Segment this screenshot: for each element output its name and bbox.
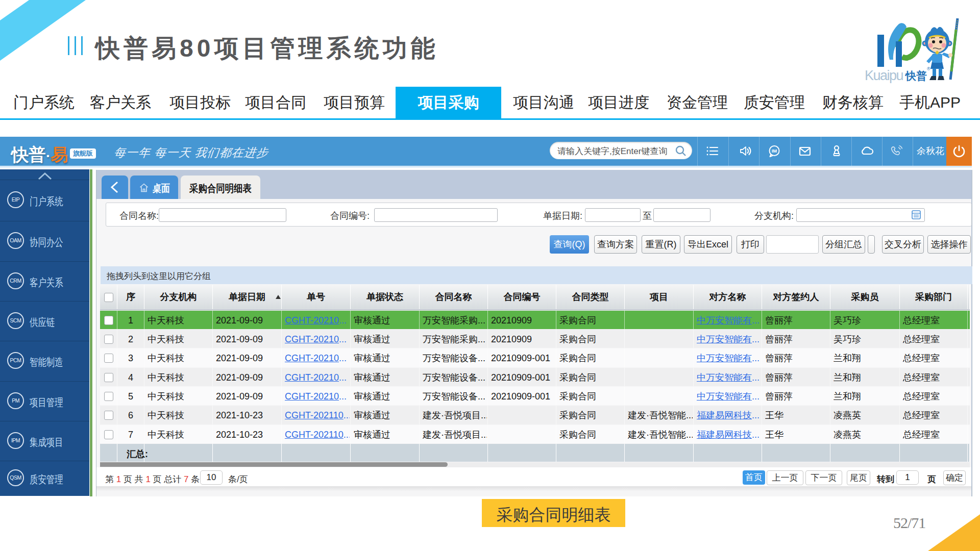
svg-text:Kuaipu: Kuaipu [865,68,903,83]
svg-text:IM: IM [772,148,777,154]
